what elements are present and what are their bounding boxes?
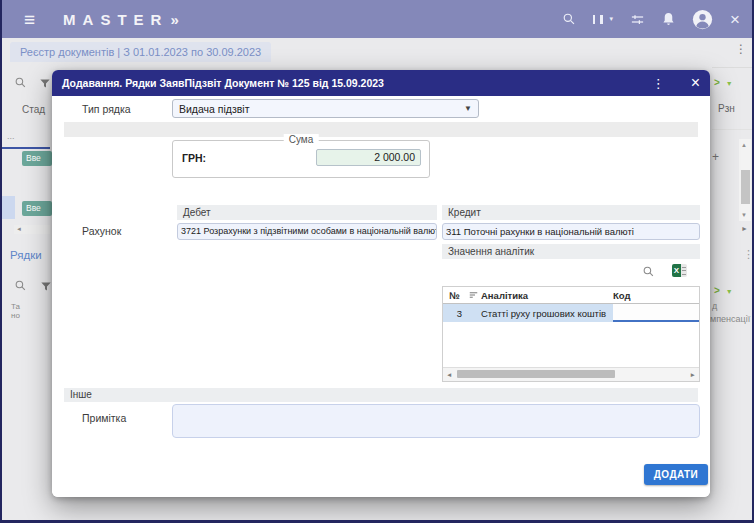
divider [712,67,754,68]
other-header: Інше [64,388,698,402]
settings-sliders-icon[interactable] [630,13,645,26]
status-badge: Вве [22,201,52,216]
bg-column-header-fragment: Та но [11,302,20,320]
bg-plus-cell: + [712,150,719,164]
app-logo[interactable]: MASTER [63,11,168,28]
col-analytics-header[interactable]: Аналітика [481,290,613,301]
caret-down-icon: ▾ [610,15,614,23]
scroll-left-icon[interactable]: ◄ [446,371,452,378]
bg-column-header-stage: Стад [22,104,45,115]
note-label: Примітка [82,412,126,424]
credit-account-input[interactable]: 311 Поточні рахунки в національній валют… [442,223,700,240]
cell-analytics: Статті руху грошових коштів [481,304,613,322]
analytics-table-header: № Аналітика Код [443,287,699,304]
bg-selected-row-line [2,147,50,149]
app-bar: ≡ MASTER » ▾ × [2,0,752,38]
rows-filter-icon[interactable] [40,281,52,292]
pause-icon [593,15,596,24]
scrollbar-thumb[interactable] [741,170,750,204]
dialog-header[interactable]: Додавання. Рядки ЗаявПідзвіт Документ № … [52,70,710,96]
chevron-right-icon[interactable]: > [714,286,720,296]
sum-fieldset: Сума ГРН: 2 000.00 [172,140,430,178]
page-menu-icon[interactable]: ⋮ [735,43,747,55]
bg-expand-controls[interactable]: > ▼ [714,286,733,296]
row-type-value: Видача підзвіт [179,103,250,115]
select-caret-icon: ▼ [464,104,472,113]
bg-text-fragment: мпенсації [710,314,750,324]
pause-icon [600,15,603,24]
chevron-right-icon[interactable]: > [714,78,720,88]
grid-filter-icon[interactable] [39,78,51,89]
sort-icon[interactable] [465,291,481,299]
bg-horizontal-scrollbar[interactable]: ◄ [14,225,50,234]
note-textarea[interactable] [172,404,700,438]
table-empty-area [443,322,699,367]
uah-label: ГРН: [182,152,206,164]
group-separator-bar [64,122,698,137]
debit-account-input[interactable]: 3721 Розрахунки з підзвітними особами в … [177,223,437,240]
dialog-menu-icon[interactable]: ⋮ [652,77,665,90]
bg-column-header-rzn: Рзн [718,103,735,114]
add-button[interactable]: ДОДАТИ [644,464,708,485]
menu-icon[interactable]: ≡ [24,10,35,29]
window-close-icon[interactable]: × [730,11,740,28]
account-label: Рахунок [82,225,121,237]
divider [712,129,754,130]
triangle-down-icon[interactable]: ▼ [726,288,733,295]
sum-legend: Сума [284,134,319,145]
cell-code-input[interactable] [613,304,699,322]
scroll-up-icon[interactable]: ▲ [741,142,747,148]
app-window: ≡ MASTER » ▾ × Реєстр документів | З 01.… [0,0,754,523]
bg-text-fragment: д [712,301,717,311]
dialog-close-icon[interactable]: × [691,75,700,91]
cell-num: 3 [443,304,465,322]
table-row[interactable]: 3 Статті руху грошових коштів [443,304,699,322]
scrollbar-thumb[interactable] [457,370,615,378]
add-row-dialog: Додавання. Рядки ЗаявПідзвіт Документ № … [52,70,710,497]
row-type-label: Тип рядка [82,103,131,115]
search-icon[interactable] [562,12,576,26]
analytics-search-icon[interactable] [642,265,655,278]
triangle-down-icon[interactable]: ▼ [726,80,733,87]
grid-search-icon[interactable] [14,76,27,89]
dialog-title: Додавання. Рядки ЗаявПідзвіт Документ № … [62,77,384,89]
status-badge: Вве [22,151,52,166]
uah-amount-input[interactable]: 2 000.00 [316,149,421,166]
table-horizontal-scrollbar[interactable]: ◄ ► [443,367,699,381]
debit-header: Дебет [177,205,437,220]
scroll-right-icon[interactable]: ► [741,225,748,232]
user-avatar[interactable] [692,9,713,30]
rows-section-title: Рядки [10,249,42,261]
scroll-down-icon[interactable]: ▼ [741,212,747,218]
scroll-left-icon[interactable]: ◄ [16,226,22,232]
row-type-select[interactable]: Видача підзвіт ▼ [172,99,479,118]
rows-search-icon[interactable] [14,279,27,292]
col-code-header[interactable]: Код [613,290,699,301]
bg-vertical-scrollbar[interactable]: ▲ ▼ [739,139,751,221]
document-registry-tab[interactable]: Реєстр документів | З 01.01.2023 по 30.0… [10,42,271,62]
pause-menu-button[interactable]: ▾ [593,15,614,24]
bg-expand-controls[interactable]: > ▼ [714,78,733,88]
bg-kebab-icon[interactable]: ⋮ [743,248,754,261]
dialog-body: Тип рядка Видача підзвіт ▼ Сума ГРН: 2 0… [52,96,710,497]
analytics-header: Значення аналітик [442,244,700,259]
bg-ellipsis: ... [7,131,15,141]
cell-sort-spacer [465,304,481,322]
logo-chevrons-icon: » [170,11,178,28]
scroll-right-icon[interactable]: ► [690,371,696,378]
analytics-table: № Аналітика Код 3 Статті руху грошових к… [442,286,700,382]
notifications-bell-icon[interactable] [662,12,675,26]
bg-selected-cell [2,196,15,219]
excel-export-icon[interactable]: X [672,264,687,277]
col-num-header[interactable]: № [443,290,465,301]
credit-header: Кредит [442,205,700,220]
